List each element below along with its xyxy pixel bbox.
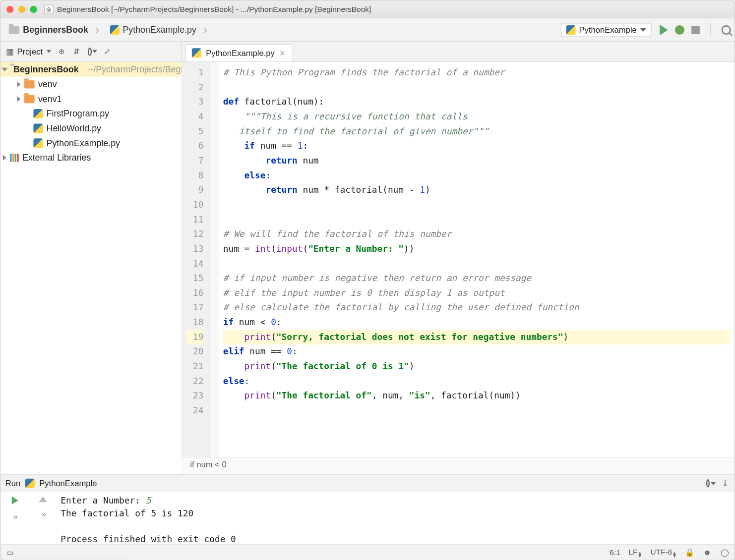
project-tree[interactable]: BeginnersBook ~/PycharmProjects/Beginner… — [0, 62, 182, 475]
line-number[interactable]: 24 — [186, 403, 203, 418]
breadcrumb-project[interactable]: BeginnersBook › — [4, 21, 105, 39]
line-number[interactable]: 22 — [186, 374, 203, 389]
line-number[interactable]: 7 — [186, 154, 203, 168]
fold-column[interactable] — [210, 62, 219, 457]
line-number[interactable]: 19 — [186, 330, 203, 345]
expand-icon[interactable] — [17, 81, 20, 87]
tree-external-libraries[interactable]: External Libraries — [0, 150, 181, 165]
code-line[interactable]: print("Sorry, factorial does not exist f… — [223, 330, 730, 345]
code-line[interactable]: print("The factorial of 0 is 1") — [223, 359, 730, 374]
run-button[interactable] — [660, 24, 668, 35]
code-line[interactable]: print("The factorial of", num, "is", fac… — [223, 389, 730, 403]
lock-icon[interactable]: 🔒 — [685, 548, 694, 557]
scroll-up-button[interactable] — [39, 496, 47, 502]
caret-position[interactable]: 6:1 — [610, 548, 620, 557]
editor-breadcrumb[interactable]: if num < 0 — [182, 457, 735, 475]
code-area[interactable]: # This Python Program finds the factoria… — [218, 62, 735, 457]
code-line[interactable] — [223, 403, 730, 418]
more-button[interactable]: » — [42, 509, 45, 519]
run-settings-button[interactable] — [706, 479, 716, 488]
code-line[interactable] — [223, 256, 730, 271]
line-number[interactable]: 6 — [186, 139, 203, 154]
line-number[interactable]: 5 — [186, 124, 203, 139]
locate-button[interactable]: ⊕ — [57, 47, 66, 56]
line-separator[interactable]: LF▲▼ — [628, 548, 642, 558]
line-number[interactable]: 18 — [186, 315, 203, 330]
zoom-window-button[interactable] — [30, 5, 37, 12]
line-number[interactable]: 4 — [186, 110, 203, 124]
line-number[interactable]: 3 — [186, 95, 203, 110]
code-line[interactable] — [223, 198, 730, 213]
editor-viewport[interactable]: 123456789101112131415161718192021222324 … — [182, 62, 735, 457]
expand-icon[interactable] — [2, 67, 8, 71]
expand-icon[interactable] — [17, 96, 20, 102]
line-number[interactable]: 13 — [186, 242, 203, 257]
expand-icon[interactable] — [3, 154, 6, 160]
code-line[interactable]: if num == 1: — [223, 139, 730, 154]
tree-item-file[interactable]: FirstProgram.py — [0, 106, 181, 121]
code-line[interactable]: elif num == 0: — [223, 344, 730, 359]
code-line[interactable]: return num * factorial(num - 1) — [223, 183, 730, 198]
code-line[interactable]: if num < 0: — [223, 315, 730, 330]
code-line[interactable]: # We will find the factorial of this num… — [223, 227, 730, 242]
breadcrumb-file[interactable]: PythonExample.py › — [105, 21, 213, 39]
code-line[interactable]: # if input number is negative then retur… — [223, 271, 730, 286]
line-number[interactable]: 20 — [186, 344, 203, 359]
line-number[interactable]: 2 — [186, 80, 203, 95]
line-number[interactable]: 10 — [186, 198, 203, 213]
mascot-icon[interactable]: ☻ — [703, 548, 712, 557]
close-tab-button[interactable]: ✕ — [279, 49, 286, 57]
library-icon — [10, 153, 19, 162]
line-number[interactable]: 12 — [186, 227, 203, 242]
code-line[interactable]: """This is a recursive function that cal… — [223, 110, 730, 124]
run-config-selector[interactable]: PythonExample — [561, 23, 652, 37]
code-line[interactable]: # else calculate the factorial by callin… — [223, 300, 730, 315]
line-number[interactable]: 23 — [186, 389, 203, 403]
feedback-icon[interactable]: ◯ — [720, 548, 730, 557]
code-line[interactable]: else: — [223, 374, 730, 389]
minimize-window-button[interactable] — [18, 5, 25, 12]
file-encoding[interactable]: UTF-8▲▼ — [650, 548, 676, 558]
download-button[interactable]: ⤓ — [720, 479, 730, 488]
tree-item-venv[interactable]: venv — [0, 76, 181, 91]
tree-item-file[interactable]: PythonExample.py — [0, 135, 181, 150]
tree-root[interactable]: BeginnersBook ~/PycharmProjects/Beginner… — [0, 62, 181, 77]
rerun-button[interactable] — [11, 496, 18, 504]
line-number[interactable]: 14 — [186, 256, 203, 271]
stop-button[interactable] — [691, 26, 700, 34]
line-number[interactable]: 21 — [186, 359, 203, 374]
code-line[interactable]: return num — [223, 154, 730, 168]
line-number[interactable]: 1 — [186, 65, 203, 80]
code-line[interactable]: # elif the input number is 0 then displa… — [223, 286, 730, 301]
debug-button[interactable] — [675, 25, 684, 34]
search-everywhere-button[interactable] — [722, 25, 731, 34]
expand-button[interactable]: » — [13, 511, 16, 521]
code-line[interactable]: # This Python Program finds the factoria… — [223, 65, 730, 80]
settings-button[interactable] — [87, 47, 97, 56]
code-line[interactable]: num = int(input("Enter a Number: ")) — [223, 242, 730, 257]
code-line[interactable] — [223, 80, 730, 95]
line-number[interactable]: 15 — [186, 271, 203, 286]
tree-item-file[interactable]: HelloWorld.py — [0, 120, 181, 135]
editor-tab[interactable]: PythonExample.py ✕ — [185, 44, 293, 61]
code-line[interactable]: def factorial(num): — [223, 95, 730, 110]
line-number[interactable]: 11 — [186, 212, 203, 227]
collapse-all-button[interactable]: ⇵ — [72, 47, 81, 56]
run-toolwindow-header[interactable]: Run PythonExample ⤓ — [0, 475, 735, 492]
code-line[interactable] — [223, 212, 730, 227]
code-line[interactable]: itself to find the factorial of given nu… — [223, 124, 730, 139]
tree-item-venv1[interactable]: venv1 — [0, 91, 181, 106]
code-line[interactable]: else: — [223, 168, 730, 183]
hide-button[interactable]: ⤢ — [103, 47, 112, 56]
line-number[interactable]: 16 — [186, 286, 203, 301]
console-output[interactable]: Enter a Number: 5The factorial of 5 is 1… — [57, 492, 735, 545]
line-number[interactable]: 17 — [186, 300, 203, 315]
run-config-label: PythonExample — [579, 25, 636, 34]
gutter[interactable]: 123456789101112131415161718192021222324 — [182, 62, 210, 457]
project-view-selector[interactable]: ▦ Project — [5, 47, 51, 56]
titlebar[interactable]: ◎ BeginnersBook [~/PycharmProjects/Begin… — [0, 0, 735, 18]
line-number[interactable]: 8 — [186, 168, 203, 183]
toolwindows-button[interactable]: ▭ — [5, 548, 15, 557]
line-number[interactable]: 9 — [186, 183, 203, 198]
close-window-button[interactable] — [6, 5, 13, 12]
